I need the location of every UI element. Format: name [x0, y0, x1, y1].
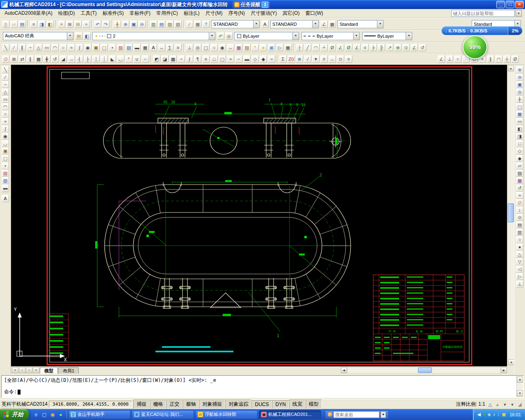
view-front-icon[interactable]: □ [516, 140, 523, 147]
mtext-icon[interactable]: A [150, 44, 157, 51]
command-text-area[interactable]: [全部(A)/中心(C)/动态(D)/范围(E)/上一个(P)/比例(S)/窗口… [1, 375, 524, 398]
pan-icon[interactable]: ╋ [516, 96, 523, 103]
table-style-manager-icon[interactable]: ▦ [329, 21, 336, 28]
measure-distance-icon[interactable]: ↔ [158, 44, 165, 51]
region-icon[interactable]: ▬ [133, 44, 141, 51]
task-button-phone-assistant[interactable]: ▯金山手机助手 [68, 410, 130, 419]
status-toggle-ducs[interactable]: DUCS [251, 400, 272, 409]
region-icon[interactable]: ▬ [2, 184, 9, 192]
status-toggle-snap[interactable]: 捕捉 [133, 399, 150, 409]
angular-dim-icon[interactable]: ∠ [353, 44, 361, 51]
rectangle-icon[interactable]: ▭ [43, 44, 50, 51]
trim-icon[interactable]: ┤ [76, 55, 83, 63]
view-top-icon[interactable]: ▤ [516, 221, 523, 228]
menu-item-6[interactable]: 标注(L) [181, 9, 203, 18]
chevron-down-icon[interactable]: ▼ [292, 32, 299, 40]
smooth-icon[interactable]: ≈ [516, 192, 523, 199]
point-icon[interactable]: • [2, 162, 9, 169]
ellipse-icon[interactable]: ◉ [2, 132, 9, 140]
help-icon[interactable]: ? [202, 21, 210, 28]
ungroup-icon[interactable]: ◆ [260, 55, 267, 63]
vertical-scroll-thumb[interactable] [508, 203, 514, 222]
status-toggle-ortho[interactable]: 正交 [166, 399, 183, 409]
chevron-down-icon[interactable]: ▼ [209, 32, 215, 40]
polygon-icon[interactable]: △ [35, 44, 42, 51]
view-right-icon[interactable]: ◨ [516, 132, 523, 140]
new-file-icon[interactable]: ▯ [2, 21, 9, 28]
desktop-search-band[interactable]: ▼ [325, 410, 389, 419]
resize-grip-icon[interactable]: ◢ [516, 401, 523, 408]
line-icon[interactable]: ╲ [2, 66, 9, 73]
polyline-edit-icon[interactable]: ~ [178, 55, 185, 63]
rectangle-icon[interactable]: ▭ [2, 96, 9, 103]
polyline-icon[interactable]: ~ [27, 44, 34, 51]
annotation-autoscale-icon[interactable]: ▲ [494, 401, 501, 408]
media-player-quicklaunch-icon[interactable]: ◉ [49, 411, 56, 418]
show-desktop-icon[interactable]: ▢ [41, 411, 48, 418]
make-block-icon[interactable]: ▢ [2, 155, 9, 162]
titlebar[interactable]: 机械工程师CAD2014 - [C:\Documents and Setting… [0, 0, 525, 9]
line-icon[interactable]: ╲ [2, 44, 9, 51]
quick-dim-icon[interactable]: ≡ [361, 44, 369, 51]
draworder-back-icon[interactable]: ◪ [161, 55, 169, 63]
layer-isolate-icon[interactable]: ◎ [225, 32, 233, 40]
go-last-tab-icon[interactable]: » [33, 367, 39, 373]
id-point-icon[interactable]: ⊙ [337, 55, 344, 63]
status-toggle-dyn[interactable]: DYN [272, 400, 289, 409]
markup-icon[interactable]: ∕ [186, 21, 193, 28]
view-left-icon[interactable]: ◧ [516, 125, 523, 132]
next-tab-icon[interactable]: › [26, 367, 32, 373]
break-point-icon[interactable]: ╎ [92, 55, 100, 63]
circle-icon[interactable]: ○ [2, 110, 9, 118]
sun-properties-icon[interactable]: ● [260, 44, 267, 51]
osnap-endpoint-icon[interactable]: ∠ [438, 55, 445, 63]
coordinates-readout[interactable]: 3416.8000, 2664.4155, 0.0000 [49, 401, 132, 408]
menu-item-5[interactable]: 常用件(C) [153, 9, 181, 18]
move-icon[interactable]: ╋ [43, 55, 50, 63]
orbit-icon[interactable]: ○ [516, 236, 523, 243]
copy-object-icon[interactable]: ⊞ [10, 55, 18, 63]
named-views-icon[interactable]: ▢ [202, 44, 210, 51]
arc-icon[interactable]: ◠ [2, 103, 9, 110]
area-icon[interactable]: ∑ [166, 44, 173, 51]
optimizer-ball-widget[interactable]: 99% [463, 35, 487, 59]
desktop-search-input[interactable] [333, 411, 379, 418]
make-block-icon[interactable]: ▢ [100, 44, 108, 51]
hidden-line-icon[interactable]: ▨ [516, 169, 523, 177]
view-se-iso-icon[interactable]: ◆ [516, 155, 523, 162]
revision-cloud-icon[interactable]: ≈ [68, 44, 75, 51]
measure-icon[interactable]: ┄ [235, 55, 242, 63]
menu-item-11[interactable]: 窗口(W) [302, 9, 326, 18]
annotation-visibility-icon[interactable]: △ [486, 401, 494, 408]
redo-icon[interactable]: ↷ [102, 21, 110, 28]
chevron-down-icon[interactable]: ▼ [67, 32, 73, 40]
menu-item-10[interactable]: 其它(O) [280, 9, 302, 18]
table-icon[interactable]: ▦ [142, 44, 149, 51]
sphere-icon[interactable]: ● [516, 243, 523, 251]
text-style-dropdown[interactable]: STANDARD ▼ [211, 20, 260, 28]
region-edit-icon[interactable]: ▬ [243, 55, 251, 63]
join-icon[interactable]: ∪ [133, 55, 141, 63]
view-bottom-icon[interactable]: ▥ [516, 228, 523, 236]
layer-previous-icon[interactable]: ↶ [217, 32, 224, 40]
stretch-icon[interactable]: → [68, 55, 75, 63]
lineweight-dropdown[interactable]: ByLayer ▼ [362, 32, 412, 40]
divide-icon[interactable]: ┄ [142, 55, 149, 63]
hatch-icon[interactable]: ▨ [2, 169, 9, 177]
aligned-dim-icon[interactable]: ╱ [304, 44, 311, 51]
ucs-tool-icon[interactable]: ⊥ [186, 44, 193, 51]
zoom-dynamic-icon[interactable]: ◎ [516, 88, 523, 96]
wireframe-icon[interactable]: ▱ [516, 162, 523, 169]
network-tray-icon[interactable]: ↕ [498, 409, 500, 420]
layer-lock-icon[interactable]: ▪ [102, 34, 103, 38]
pan-icon[interactable]: ╋ [114, 21, 121, 28]
zoom-window-icon[interactable]: ▣ [516, 81, 523, 88]
statusbar-menu-icon[interactable]: ▾ [509, 401, 516, 408]
dim-edit-icon[interactable]: ∠ [411, 44, 418, 51]
rotate-icon[interactable]: ↺ [51, 55, 59, 63]
open-file-icon[interactable]: ▱ [10, 21, 18, 28]
erase-icon[interactable]: ∅ [2, 55, 9, 63]
layer-states-icon[interactable]: ◧ [83, 32, 91, 40]
ucs-view-icon[interactable]: ⊥ [516, 280, 523, 288]
continue-dim-icon[interactable]: ╠ [378, 44, 385, 51]
